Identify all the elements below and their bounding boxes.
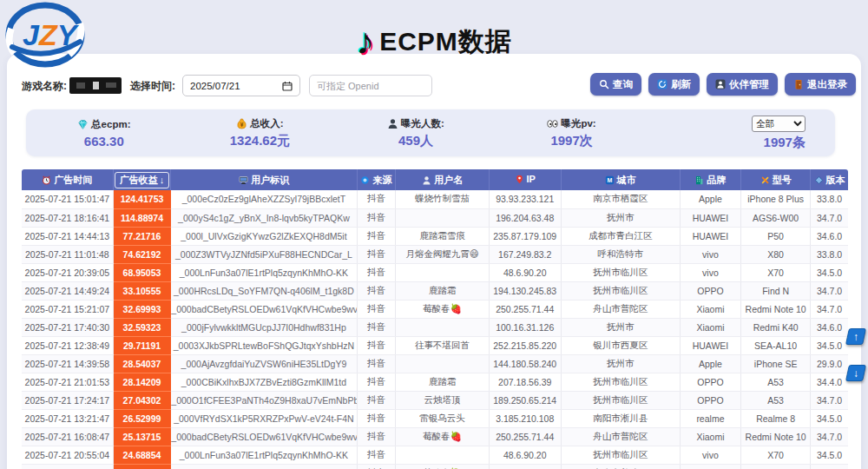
- cell-source: 抖音: [357, 409, 396, 427]
- cell-model: X80: [741, 245, 811, 263]
- col-header-model[interactable]: 型号: [741, 169, 811, 190]
- cell-city: 南京市栖霞区: [561, 190, 680, 208]
- partner-manage-button[interactable]: 伙伴管理: [707, 73, 778, 96]
- total-ecpm-value: 663.30: [84, 134, 124, 149]
- col-header-brand[interactable]: 品牌: [680, 169, 740, 190]
- scroll-top-button[interactable]: ↑: [845, 328, 866, 345]
- openid-input[interactable]: [309, 75, 432, 96]
- cell-brand: OPPO: [680, 373, 740, 391]
- cell-source: 抖音: [357, 190, 396, 208]
- col-header-ad-revenue[interactable]: 广告收益 ↓: [113, 169, 171, 190]
- cell-model: Redmi Note 10: [741, 464, 811, 469]
- table-row: 2025-07-21 15:21:0732.69993_000badCBetyR…: [22, 300, 848, 318]
- cell-revenue: 29.71191: [113, 336, 171, 354]
- cell-time: 2025-07-21 21:01:53: [22, 373, 113, 391]
- exposure-users-value: 459人: [398, 133, 433, 149]
- game-name-label: 游戏名称:: [22, 79, 67, 94]
- cell-ip: 144.180.58.240: [489, 354, 561, 373]
- cell-ip: 48.6.90.20: [489, 446, 561, 464]
- cell-user: 雷银乌云头: [396, 409, 490, 427]
- cell-city: 抚州市临川区: [561, 281, 680, 300]
- date-input[interactable]: 2025/07/21: [182, 75, 300, 96]
- cell-revenue: 27.04302: [113, 391, 171, 409]
- cell-ip: 207.18.56.39: [489, 373, 561, 391]
- revenue-sort-box: 广告收益 ↓: [115, 172, 170, 188]
- cell-brand: vivo: [680, 263, 740, 281]
- stat-exposure-pv: 曝光pv: 1997次: [494, 109, 650, 156]
- col-header-ip[interactable]: IP: [489, 169, 561, 190]
- cell-ip: 250.255.71.44: [489, 464, 561, 469]
- cell-version: 34.7.0: [811, 208, 848, 227]
- col-header-ad-time[interactable]: 广告时间: [22, 169, 113, 190]
- cell-openid: _000LnFun3a07lE1rtPlq5zqynKhMhO-KK: [171, 263, 357, 281]
- logout-button[interactable]: 退出登录: [785, 73, 856, 96]
- cell-ip: 3.185.210.108: [489, 409, 561, 427]
- cell-model: P50: [741, 227, 811, 245]
- cell-user: 月熔金阀耀九霄😄: [396, 245, 490, 263]
- svg-text:JZY: JZY: [23, 18, 80, 51]
- cell-openid: _000HRcsLDq_SoYFM7QN-q406lM_t1gk8D: [171, 281, 357, 300]
- cell-city: 南阳市淅川县: [561, 409, 680, 427]
- stat-total-ecpm: 总ecpm: 663.30: [26, 109, 182, 156]
- cell-revenue: 77.21716: [113, 227, 171, 245]
- cell-revenue: 28.14209: [113, 373, 171, 391]
- cell-brand: HUAWEI: [680, 336, 740, 354]
- date-value: 2025/07/21: [190, 81, 240, 91]
- cell-version: 34.6.0: [811, 227, 848, 245]
- cell-ip: 196.204.63.48: [489, 208, 561, 227]
- cell-city: 舟山市普陀区: [561, 464, 680, 469]
- cell-city: 抚州市: [561, 318, 680, 336]
- cell-ip: 167.249.83.2: [489, 245, 561, 263]
- cell-city: 银川市西夏区: [561, 336, 680, 354]
- monitor-icon: [239, 175, 248, 185]
- cell-source: 抖音: [357, 373, 396, 391]
- cell-user: 鹿踏霜: [396, 281, 490, 300]
- cell-revenue: 68.95053: [113, 263, 171, 281]
- logout-door-icon: [793, 79, 804, 89]
- cell-revenue: 124.41753: [113, 190, 171, 208]
- cell-version: 34.5.0: [811, 263, 848, 281]
- cell-time: 2025-07-21 11:01:48: [22, 245, 113, 263]
- cell-version: 34.7.0: [811, 427, 848, 446]
- cell-model: X70: [741, 263, 811, 281]
- query-button[interactable]: 查询: [590, 73, 641, 96]
- cell-version: 34.5.0: [811, 446, 848, 464]
- stat-exposure-users: 曝光人数: 459人: [338, 109, 494, 156]
- cell-source: 抖音: [357, 336, 396, 354]
- refresh-button[interactable]: 刷新: [648, 73, 700, 96]
- money-bag-icon: ¥: [236, 118, 247, 129]
- cell-version: 34.7.0: [811, 281, 848, 300]
- table-body: 2025-07-21 15:01:47124.41753_000eCz0zEz9…: [22, 190, 848, 469]
- col-header-username[interactable]: 用户名: [396, 169, 490, 190]
- scroll-bottom-button[interactable]: ↓: [845, 365, 866, 381]
- filter-select[interactable]: 全部: [752, 116, 806, 132]
- cell-model: AGS6-W00: [741, 208, 811, 227]
- cell-source: 抖音: [357, 464, 396, 469]
- cell-openid: _000eCz0zEz9glAheXZZSyl79jBBcxletT: [171, 190, 357, 208]
- col-header-city[interactable]: M 城市: [561, 169, 680, 190]
- calendar-icon: [282, 81, 293, 91]
- table-row: 2025-07-21 13:21:4726.52999_000VfRYdSX1k…: [22, 409, 848, 427]
- tools-icon: [760, 175, 770, 185]
- jzy-logo: JZY: [5, 2, 89, 68]
- cell-revenue: 24.68854: [113, 446, 171, 464]
- cell-time: 2025-07-21 15:01:47: [22, 190, 113, 208]
- cell-brand: Xiaomi: [680, 464, 740, 469]
- cell-revenue: 32.69993: [113, 300, 171, 318]
- col-header-user-openid[interactable]: 用户标识: [171, 169, 357, 190]
- cell-revenue: 26.52999: [113, 409, 171, 427]
- cell-brand: Apple: [680, 190, 740, 208]
- col-header-version[interactable]: 版本: [811, 169, 848, 190]
- cell-model: Redmi K40: [741, 318, 811, 336]
- cell-openid: _000badCBetyRSLOEDw61VqKfVHCwbe9wv: [171, 464, 357, 469]
- cell-city: 抚州市临川区: [561, 373, 680, 391]
- col-header-source[interactable]: 来源: [357, 169, 396, 190]
- table-row: 2025-07-21 15:01:47124.41753_000eCz0zEz9…: [22, 190, 848, 208]
- cell-brand: realme: [680, 409, 740, 427]
- cell-openid: _0003XJkbSPRLtewBoFShQGJtqxYshbHzN: [171, 336, 357, 354]
- search-icon: [599, 79, 609, 89]
- cell-ip: 93.93.233.121: [489, 190, 561, 208]
- toolbar: 游戏名称: 选择时间: 2025/07/21 查询: [7, 75, 861, 97]
- exposure-pv-value: 1997次: [550, 133, 592, 149]
- table-row: 2025-07-21 15:53:2024.00943_000badCBetyR…: [22, 464, 848, 469]
